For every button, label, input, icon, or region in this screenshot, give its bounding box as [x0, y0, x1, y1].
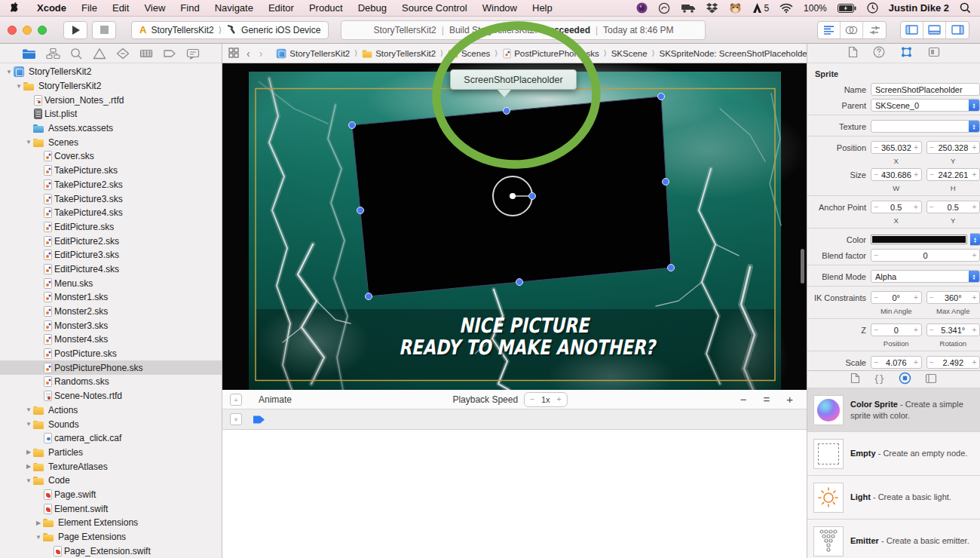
file-row-page-extension-swift[interactable]: Page_Extension.swift: [0, 544, 222, 558]
speed-decrement[interactable]: −: [530, 395, 534, 403]
file-row-page-extensions[interactable]: ▼Page Extensions: [0, 530, 222, 544]
texture-dropdown[interactable]: ▲▼: [871, 120, 980, 133]
library-item-light[interactable]: Light - Create a basic light.: [807, 476, 980, 520]
file-row-editpicture4-sks[interactable]: EditPicture4.sks: [0, 262, 222, 277]
disclosure-triangle[interactable]: ▶: [34, 520, 43, 526]
blend-mode-dropdown[interactable]: Alpha ▲▼: [871, 270, 980, 283]
timeline-marker-icon[interactable]: [253, 415, 265, 425]
close-window-button[interactable]: [8, 26, 17, 35]
file-row-storytellerskit2[interactable]: ▼StoryTellersKit2: [0, 79, 222, 94]
menu-window[interactable]: Window: [475, 2, 525, 14]
file-row-editpicture2-sks[interactable]: EditPicture2.sks: [0, 234, 222, 248]
file-row-page-swift[interactable]: Page.swift: [0, 488, 222, 502]
project-navigator-tab[interactable]: [22, 48, 36, 60]
media-library-tab[interactable]: [925, 373, 937, 386]
toggle-debug-area-button[interactable]: [923, 22, 946, 38]
menu-editor[interactable]: Editor: [261, 2, 302, 14]
z-rotation-stepper[interactable]: −5.341°+: [926, 323, 980, 336]
wifi-icon[interactable]: [779, 3, 793, 13]
spotlight-search-icon[interactable]: [960, 2, 971, 14]
zoom-fit-button[interactable]: =: [763, 393, 770, 406]
zoom-window-button[interactable]: [38, 26, 47, 35]
file-row-editpicture3-sks[interactable]: EditPicture3.sks: [0, 248, 222, 262]
disclosure-triangle[interactable]: ▼: [34, 534, 43, 541]
zoom-in-button[interactable]: +: [786, 393, 793, 406]
disclosure-triangle[interactable]: ▼: [14, 83, 23, 90]
file-row-actions[interactable]: ▼Actions: [0, 403, 222, 418]
disclosure-triangle[interactable]: ▼: [24, 406, 33, 413]
speed-increment[interactable]: +: [557, 395, 562, 403]
breadcrumb-postpicturephone-sks[interactable]: PostPicturePhone.sks: [502, 48, 599, 59]
spritekit-scene-canvas[interactable]: NICE PICTURE NICE PICTURE READY TO MAKE …: [222, 63, 807, 390]
clock-menu-icon[interactable]: [867, 2, 878, 14]
scale-x-stepper[interactable]: −4.076+: [871, 356, 922, 369]
scheme-selector[interactable]: A StoryTellersKit2 ⟩ Generic iOS Device: [131, 21, 329, 39]
adobe-app-icon[interactable]: 5: [752, 3, 769, 14]
file-row-takepicture3-sks[interactable]: TakePicture3.sks: [0, 192, 222, 206]
ik-max-stepper[interactable]: −360°+: [926, 291, 980, 304]
size-h-stepper[interactable]: −242.261+: [926, 168, 980, 181]
ik-min-stepper[interactable]: −0°+: [871, 291, 922, 304]
hamster-app-icon[interactable]: [729, 2, 742, 14]
file-row-monster4-sks[interactable]: Monster4.sks: [0, 333, 222, 347]
file-row-monster2-sks[interactable]: Monster2.sks: [0, 305, 222, 319]
library-item-emitter[interactable]: Emitter - Create a basic emitter.: [807, 520, 980, 558]
stop-button[interactable]: [92, 21, 116, 39]
forward-button[interactable]: ›: [259, 48, 263, 60]
library-item-empty[interactable]: Empty - Create an empty node.: [807, 432, 980, 476]
file-row-postpicture-sks[interactable]: PostPicture.sks: [0, 347, 222, 361]
version-editor-button[interactable]: [863, 22, 886, 38]
file-template-library-tab[interactable]: [850, 373, 860, 386]
toggle-inspector-button[interactable]: [946, 22, 969, 38]
library-item-color-sprite[interactable]: Color Sprite - Create a simple sprite wi…: [807, 388, 980, 432]
menu-source-control[interactable]: Source Control: [394, 2, 475, 14]
file-row-cover-sks[interactable]: Cover.sks: [0, 149, 222, 164]
menu-navigate[interactable]: Navigate: [207, 2, 261, 14]
file-row-randoms-sks[interactable]: Randoms.sks: [0, 375, 222, 389]
quick-help-inspector-tab[interactable]: [873, 46, 885, 60]
test-navigator-tab[interactable]: [116, 48, 130, 60]
menu-find[interactable]: Find: [173, 2, 207, 14]
anchor-y-stepper[interactable]: −0.5+: [926, 201, 980, 213]
code-snippet-library-tab[interactable]: {}: [874, 373, 885, 386]
disclosure-triangle[interactable]: ▶: [24, 449, 33, 455]
file-row-menu-sks[interactable]: Menu.sks: [0, 276, 222, 290]
dropbox-icon[interactable]: [706, 2, 718, 14]
file-inspector-tab[interactable]: [848, 46, 858, 60]
user-menu[interactable]: Justin Dike 2: [889, 2, 949, 14]
file-row-monster3-sks[interactable]: Monster3.sks: [0, 318, 222, 333]
disclosure-triangle[interactable]: ▼: [24, 421, 33, 428]
minimize-window-button[interactable]: [23, 26, 32, 35]
file-row-element-extensions[interactable]: ▶Element Extensions: [0, 516, 222, 530]
file-row-scene-notes-rtfd[interactable]: Scene-Notes.rtfd: [0, 389, 222, 403]
battery-icon[interactable]: [838, 4, 856, 13]
breadcrumb-skscene[interactable]: SKScene: [611, 49, 648, 58]
apple-menu-icon[interactable]: [11, 2, 20, 14]
delivery-truck-icon[interactable]: [681, 3, 696, 14]
screen-recorder-icon[interactable]: [636, 2, 648, 14]
menu-xcode[interactable]: Xcode: [29, 2, 74, 14]
related-items-icon[interactable]: [228, 48, 239, 60]
file-row-monster1-sks[interactable]: Monster1.sks: [0, 290, 222, 305]
parent-dropdown[interactable]: SKScene_0 ▲▼: [871, 99, 980, 112]
breadcrumb-scenes[interactable]: Scenes: [448, 48, 490, 59]
disclosure-triangle[interactable]: ▶: [24, 463, 33, 470]
anchor-x-stepper[interactable]: −0.5+: [871, 201, 922, 213]
color-swatch[interactable]: [871, 235, 967, 244]
breadcrumb-storytellerskit2[interactable]: StoryTellersKit2: [362, 48, 436, 59]
file-row-sounds[interactable]: ▼Sounds: [0, 417, 222, 431]
file-row-editpicture-sks[interactable]: EditPicture.sks: [0, 220, 222, 235]
breadcrumb-skspritenode-screenshotplaceholder[interactable]: SKSpriteNode: ScreenShotPlaceholder: [659, 49, 807, 58]
standard-editor-button[interactable]: [818, 22, 841, 38]
toggle-navigator-button[interactable]: [901, 22, 923, 38]
scale-y-stepper[interactable]: −2.492+: [926, 356, 980, 369]
playback-speed-stepper[interactable]: − 1x +: [524, 392, 567, 407]
timeline-disclosure-button[interactable]: ▿: [230, 413, 242, 425]
file-row-takepicture-sks[interactable]: TakePicture.sks: [0, 164, 222, 178]
file-row-assets-xcassets[interactable]: Assets.xcassets: [0, 121, 222, 136]
scene-scrollbar[interactable]: [801, 249, 804, 284]
symbol-navigator-tab[interactable]: [46, 48, 60, 60]
z-position-stepper[interactable]: −0+: [871, 323, 922, 336]
debug-navigator-tab[interactable]: [139, 48, 153, 60]
object-library-tab[interactable]: [899, 372, 911, 387]
